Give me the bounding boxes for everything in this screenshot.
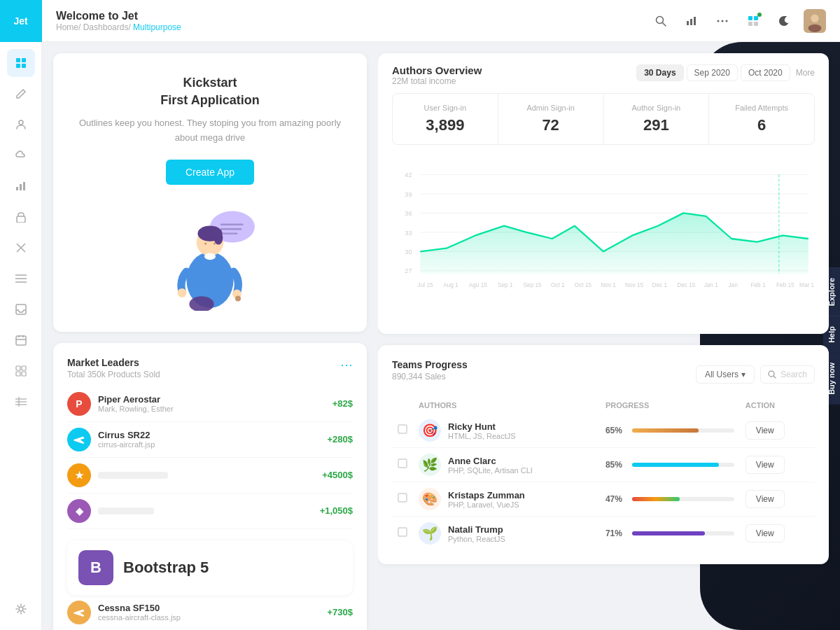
row-checkbox[interactable] xyxy=(398,424,407,434)
view-button-kristaps[interactable]: View xyxy=(746,490,785,508)
market-icon-cirrus xyxy=(67,428,91,451)
left-panel: KickstartFirst Application Outlines keep… xyxy=(42,42,378,630)
svg-point-27 xyxy=(19,607,23,611)
row-checkbox[interactable] xyxy=(398,493,407,503)
svg-point-42 xyxy=(808,24,822,31)
progress-bar-ricky xyxy=(632,428,734,433)
table-row: 🌿 Anne Clarc PHP, SQLite, Artisan CLI xyxy=(392,448,815,482)
topnav-title-group: Welcome to Jet Home/ Dashboards/ Multipu… xyxy=(56,10,643,32)
svg-rect-3 xyxy=(22,64,26,68)
search-icon[interactable] xyxy=(650,10,672,32)
avatar-kristaps: 🎨 xyxy=(419,488,441,510)
dots-icon[interactable] xyxy=(711,10,734,32)
sidebar-item-calendar[interactable] xyxy=(7,326,35,354)
sidebar-item-table[interactable] xyxy=(7,388,35,416)
sidebar-item-inbox[interactable] xyxy=(7,295,35,323)
row-checkbox[interactable] xyxy=(398,527,407,537)
col-progress: PROGRESS xyxy=(600,397,740,414)
svg-rect-39 xyxy=(754,22,758,26)
table-row: 🎨 Kristaps Zumman PHP, Laravel, VueJS xyxy=(392,482,815,517)
market-leaders-title: Market Leaders xyxy=(67,357,160,368)
market-more-icon[interactable]: ⋯ xyxy=(340,357,353,372)
svg-point-55 xyxy=(204,253,216,260)
col-authors: AUTHORS xyxy=(413,397,600,414)
kickstart-description: Outlines keep you honest. They stoping y… xyxy=(67,116,353,146)
market-leaders-card: Market Leaders Total 350k Products Sold … xyxy=(53,343,367,630)
svg-rect-20 xyxy=(22,366,26,370)
sidebar-item-menu[interactable] xyxy=(7,265,35,293)
bootstrap-badge: B Bootstrap 5 xyxy=(67,540,353,595)
view-button-anne[interactable]: View xyxy=(746,456,785,474)
svg-rect-1 xyxy=(22,58,26,62)
all-users-filter[interactable]: All Users ▾ xyxy=(696,365,755,384)
sidebar-nav xyxy=(7,42,35,588)
market-item-4: ◆ +1,050$ xyxy=(67,493,353,529)
analytics-icon[interactable] xyxy=(680,10,703,32)
svg-text:Nov 1: Nov 1 xyxy=(601,282,616,288)
sidebar-bottom xyxy=(7,588,35,630)
authors-chart: 42 39 36 33 30 27 xyxy=(392,155,815,323)
svg-text:39: 39 xyxy=(405,191,412,198)
svg-text:27: 27 xyxy=(405,267,412,274)
sidebar-item-grid2[interactable] xyxy=(7,357,35,385)
bootstrap-icon: B xyxy=(78,550,113,585)
progress-bar-anne xyxy=(632,463,734,467)
svg-text:Jul 15: Jul 15 xyxy=(418,282,433,288)
sidebar-item-edit[interactable] xyxy=(7,80,35,108)
svg-rect-8 xyxy=(17,216,25,223)
teams-filters: All Users ▾ Search xyxy=(696,365,815,384)
svg-text:Dec 1: Dec 1 xyxy=(652,282,668,288)
svg-text:Dec 15: Dec 15 xyxy=(677,282,695,288)
create-app-button[interactable]: Create App xyxy=(166,160,254,185)
date-tab-30days[interactable]: 30 Days xyxy=(636,64,683,81)
sidebar-settings-icon[interactable] xyxy=(7,595,35,623)
app-logo[interactable]: Jet xyxy=(0,0,42,42)
date-tab-sep[interactable]: Sep 2020 xyxy=(687,64,738,81)
sidebar-item-dashboard[interactable] xyxy=(7,49,35,77)
sidebar-item-lock[interactable] xyxy=(7,203,35,231)
svg-text:Oct 15: Oct 15 xyxy=(575,282,592,288)
svg-rect-14 xyxy=(16,304,26,314)
view-button-ricky[interactable]: View xyxy=(746,421,785,440)
sidebar-item-cloud[interactable] xyxy=(7,141,35,169)
svg-text:Sep 1: Sep 1 xyxy=(498,282,513,288)
teams-subtitle: 890,344 Sales xyxy=(392,372,468,382)
sidebar-item-close[interactable] xyxy=(7,234,35,262)
svg-rect-6 xyxy=(20,184,22,190)
avatar-anne: 🌿 xyxy=(419,454,441,476)
stat-user-signin: User Sign-in 3,899 xyxy=(393,94,498,144)
chevron-down-icon: ▾ xyxy=(741,370,746,379)
user-avatar[interactable] xyxy=(804,10,826,32)
market-icon-3: ★ xyxy=(67,463,91,487)
svg-text:Aug 1: Aug 1 xyxy=(443,282,458,288)
svg-text:Sep 15: Sep 15 xyxy=(524,282,542,288)
chart-area: 42 39 36 33 30 27 xyxy=(392,155,815,323)
grid-view-icon[interactable] xyxy=(742,10,764,32)
svg-point-41 xyxy=(811,14,818,22)
page-title: Welcome to Jet xyxy=(56,10,643,22)
sidebar-item-chart[interactable] xyxy=(7,172,35,200)
svg-text:Mar 1: Mar 1 xyxy=(799,282,814,288)
sidebar-item-user[interactable] xyxy=(7,111,35,139)
svg-rect-36 xyxy=(748,16,752,20)
row-checkbox[interactable] xyxy=(398,458,407,468)
teams-search-box[interactable]: Search xyxy=(760,365,815,384)
main-container: Welcome to Jet Home/ Dashboards/ Multipu… xyxy=(42,0,840,630)
date-tab-oct[interactable]: Oct 2020 xyxy=(741,64,790,81)
market-leaders-subtitle: Total 350k Products Sold xyxy=(67,370,160,379)
stat-failed-attempts: Failed Attempts 6 xyxy=(709,94,814,144)
svg-rect-5 xyxy=(16,187,18,190)
svg-rect-7 xyxy=(23,182,25,190)
topnav: Welcome to Jet Home/ Dashboards/ Multipu… xyxy=(42,0,840,42)
dark-mode-icon[interactable] xyxy=(773,10,795,32)
more-link[interactable]: More xyxy=(796,68,815,78)
view-button-natali[interactable]: View xyxy=(746,524,785,542)
svg-point-58 xyxy=(235,295,241,301)
sidebar: Jet xyxy=(0,0,42,630)
breadcrumb-home[interactable]: Home/ xyxy=(56,22,83,32)
market-item-cessna: Cessna SF150 cessna-aircraft-class.jsp +… xyxy=(67,595,353,630)
breadcrumb-dashboards[interactable]: Dashboards/ xyxy=(83,22,133,32)
teams-table: AUTHORS PROGRESS ACTION xyxy=(392,397,815,550)
svg-point-4 xyxy=(19,120,23,125)
col-action: ACTION xyxy=(740,397,815,414)
